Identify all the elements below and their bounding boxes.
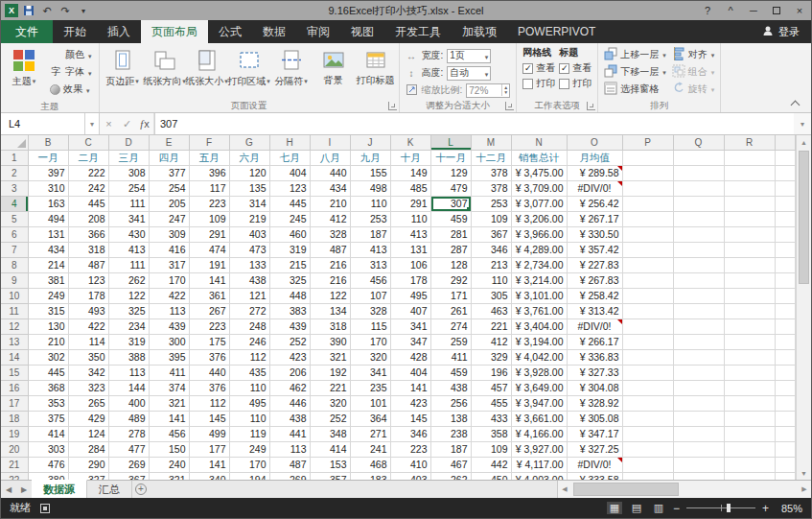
cell[interactable]: 302 (28, 350, 68, 366)
tab-formulas[interactable]: 公式 (208, 20, 252, 43)
cell[interactable]: 325 (108, 304, 149, 319)
send-backward-button[interactable]: 下移一层 (604, 64, 666, 79)
cell[interactable]: 325 (269, 273, 310, 289)
scroll-left-icon[interactable]: ◀ (558, 485, 571, 493)
scale-spinner[interactable]: 72%▲▼ (466, 83, 510, 98)
cell[interactable]: 367 (471, 227, 511, 243)
cell[interactable]: 383 (269, 304, 310, 319)
cell[interactable]: 487 (310, 243, 350, 258)
cell[interactable]: 265 (68, 396, 108, 412)
cell[interactable]: 246 (229, 335, 269, 350)
cell[interactable] (622, 258, 673, 273)
cell[interactable]: 319 (269, 243, 310, 258)
minimize-button[interactable]: ─ (742, 1, 765, 20)
cell[interactable] (673, 458, 724, 473)
cell[interactable]: ¥ 4,166.00 (511, 427, 567, 442)
cell[interactable] (622, 227, 673, 243)
cell[interactable]: 342 (68, 366, 108, 381)
cell[interactable]: 三月 (108, 151, 149, 166)
cell[interactable]: 122 (310, 289, 350, 304)
cell[interactable]: 347 (390, 335, 430, 350)
cell[interactable]: 111 (108, 258, 149, 273)
cell[interactable]: 346 (471, 243, 511, 258)
cell[interactable]: ¥ 330.50 (567, 227, 622, 243)
cell[interactable]: 122 (108, 289, 149, 304)
cell[interactable] (724, 366, 775, 381)
cell[interactable] (622, 273, 673, 289)
cell[interactable] (673, 396, 724, 412)
cell[interactable] (673, 181, 724, 197)
macro-record-icon[interactable] (40, 504, 50, 513)
cell[interactable]: ¥ 4,042.00 (511, 350, 567, 366)
excel-logo-icon[interactable]: X (5, 4, 18, 17)
paper-size-button[interactable]: 纸张大小 (186, 44, 228, 99)
cell[interactable]: 月均值 (567, 151, 622, 166)
cell[interactable]: 销售总计 (511, 151, 567, 166)
cell[interactable]: 267 (189, 304, 229, 319)
cell[interactable]: 434 (310, 181, 350, 197)
cell[interactable] (673, 258, 724, 273)
tab-developer[interactable]: 开发工具 (384, 20, 452, 43)
cell[interactable]: 115 (350, 319, 390, 335)
cell[interactable]: ¥ 3,709.00 (511, 181, 567, 197)
cell[interactable]: 112 (189, 396, 229, 412)
cell[interactable]: 400 (108, 396, 149, 412)
column-header-D[interactable]: D (108, 135, 149, 151)
row-header-19[interactable]: 19 (1, 427, 28, 442)
column-header-C[interactable]: C (68, 135, 108, 151)
cell[interactable] (724, 335, 775, 350)
cell[interactable]: 206 (269, 366, 310, 381)
tab-home[interactable]: 开始 (53, 20, 97, 43)
tab-addins[interactable]: 加载项 (452, 20, 507, 43)
cell[interactable]: 314 (229, 197, 269, 212)
cell[interactable] (673, 381, 724, 396)
cell[interactable] (622, 442, 673, 458)
zoom-in-button[interactable]: + (762, 502, 769, 515)
cell[interactable]: 315 (28, 304, 68, 319)
cell[interactable]: 388 (108, 350, 149, 366)
cell[interactable]: 119 (229, 427, 269, 442)
cell[interactable] (622, 304, 673, 319)
name-box[interactable]: L4 (1, 113, 85, 134)
cell[interactable]: 499 (189, 427, 229, 442)
spinner-arrows-icon[interactable]: ▲▼ (501, 84, 509, 96)
cell[interactable]: 245 (269, 212, 310, 227)
cell[interactable]: 439 (269, 319, 310, 335)
cell[interactable]: 249 (229, 442, 269, 458)
cell[interactable]: ¥ 3,927.00 (511, 442, 567, 458)
cell[interactable]: 216 (310, 273, 350, 289)
cell[interactable]: ¥ 327.33 (567, 366, 622, 381)
cell[interactable]: 476 (28, 458, 68, 473)
cell[interactable]: ¥ 357.42 (567, 243, 622, 258)
cell[interactable]: 170 (350, 335, 390, 350)
cell[interactable]: 208 (68, 212, 108, 227)
zoom-percentage[interactable]: 85% (776, 503, 802, 514)
cell[interactable]: 253 (350, 212, 390, 227)
cell[interactable]: ¥ 327.25 (567, 442, 622, 458)
cell[interactable]: 442 (471, 458, 511, 473)
cell[interactable]: 396 (189, 166, 229, 181)
vertical-scroll-thumb[interactable] (799, 151, 809, 284)
cell[interactable]: 110 (390, 212, 430, 227)
cell[interactable]: 422 (149, 289, 189, 304)
cell[interactable]: 八月 (310, 151, 350, 166)
cell[interactable]: ¥ 2,734.00 (511, 258, 567, 273)
cell[interactable]: 223 (189, 319, 229, 335)
cell[interactable]: ¥ 267.17 (567, 212, 622, 227)
close-button[interactable]: × (788, 1, 811, 20)
row-header-10[interactable]: 10 (1, 289, 28, 304)
cell[interactable]: 138 (430, 412, 471, 427)
theme-colors-button[interactable]: 颜色 (47, 47, 95, 62)
cell[interactable]: 410 (390, 458, 430, 473)
cell[interactable] (673, 212, 724, 227)
page-setup-dialog-launcher[interactable] (388, 102, 397, 110)
cell[interactable]: 219 (229, 212, 269, 227)
cell[interactable]: 106 (390, 258, 430, 273)
cell[interactable]: 133 (229, 258, 269, 273)
cell[interactable]: 121 (229, 289, 269, 304)
cell[interactable]: 109 (471, 212, 511, 227)
cell[interactable]: 422 (68, 319, 108, 335)
cell[interactable] (622, 350, 673, 366)
cell[interactable]: 192 (310, 366, 350, 381)
cell[interactable]: 412 (310, 212, 350, 227)
